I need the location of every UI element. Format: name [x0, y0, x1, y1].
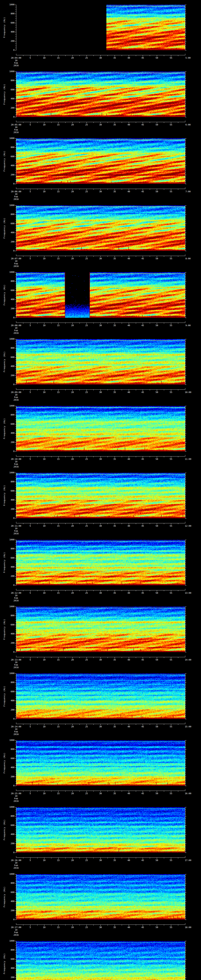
spectrogram-panel-201600: Frequency (Hz)02004006008001000510152025… [0, 802, 201, 869]
x-minor-tick [93, 122, 94, 123]
x-major-tick [115, 858, 115, 859]
y-right-tick [185, 299, 187, 300]
x-tick-label-20: 20 [70, 124, 75, 126]
x-major-tick [58, 590, 59, 592]
y-major-tick [15, 843, 16, 844]
y-tick-label-600: 600 [6, 222, 14, 225]
x-axis-date-line-2: Feb [8, 931, 24, 934]
y-tick-label-600: 600 [6, 289, 14, 292]
y-minor-tick [16, 237, 16, 237]
y-right-tick [185, 46, 186, 46]
y-right-tick [185, 680, 186, 681]
x-major-tick [129, 457, 129, 458]
x-axis-end-time-label: 10:00 [181, 391, 195, 394]
x-major-tick [58, 791, 59, 792]
y-right-tick [185, 625, 187, 625]
y-right-tick [185, 687, 186, 687]
y-right-tick [185, 509, 187, 509]
x-axis-date-line-1: 10 [8, 929, 24, 931]
y-minor-tick [16, 413, 16, 413]
x-major-tick [86, 925, 87, 926]
y-minor-tick [16, 18, 16, 19]
x-major-tick [86, 390, 87, 391]
x-tick-label-55: 55 [168, 391, 174, 394]
x-minor-tick [93, 256, 94, 257]
x-axis-date-line-2: Feb [8, 864, 24, 867]
y-right-tick [185, 578, 186, 579]
y-minor-tick [16, 760, 16, 761]
y-right-tick [185, 975, 186, 975]
y-right-tick [185, 908, 186, 908]
x-major-tick [44, 925, 45, 926]
x-tick-label-55: 55 [168, 859, 174, 862]
x-axis-date-line-1: 10 [8, 862, 24, 864]
x-minor-tick [150, 657, 150, 658]
y-right-tick [185, 968, 187, 969]
y-right-tick [185, 16, 186, 16]
x-axis-date-line-3: 2016 [8, 867, 24, 869]
y-tick-label-800: 800 [6, 547, 14, 550]
y-tick-label-400: 400 [6, 97, 14, 100]
y-axis-line [16, 540, 16, 585]
y-minor-tick [16, 244, 16, 244]
spectrogram-image [16, 607, 185, 652]
y-right-tick [185, 567, 187, 567]
spectrogram-panel-200400: Frequency (Hz)02004006008001000510152025… [0, 0, 201, 67]
x-tick-label-5: 5 [27, 190, 33, 193]
y-right-tick [185, 339, 187, 339]
x-major-tick [129, 590, 129, 592]
y-right-tick [185, 816, 187, 816]
y-minor-tick [16, 961, 16, 962]
y-right-tick [185, 502, 186, 503]
spectrogram-panel-200900: Frequency (Hz)02004006008001000510152025… [0, 334, 201, 401]
y-tick-label-1000: 1000 [6, 672, 14, 675]
x-tick-label-20: 20 [70, 525, 75, 527]
y-minor-tick [16, 514, 16, 514]
x-axis-date-line-3: 2016 [8, 265, 24, 267]
y-minor-tick [16, 696, 16, 697]
x-tick-label-5: 5 [27, 525, 33, 527]
x-major-tick [171, 724, 171, 725]
y-minor-tick [16, 583, 16, 583]
x-axis-date-line-1: 10 [8, 460, 24, 463]
x-tick-label-35: 35 [112, 324, 118, 327]
x-tick-label-10: 10 [41, 391, 47, 394]
y-tick-label-1000: 1000 [6, 739, 14, 741]
y-right-tick [185, 818, 186, 819]
y-tick-label-400: 400 [6, 900, 14, 902]
y-major-tick [15, 251, 16, 251]
y-right-tick [185, 350, 186, 351]
x-axis-start-time-label: 20:13:00 [8, 659, 24, 661]
x-major-tick [129, 189, 129, 190]
x-axis-end-time-label: 13:00 [181, 592, 195, 594]
y-minor-tick [16, 841, 16, 842]
x-tick-label-45: 45 [140, 124, 146, 126]
y-tick-label-400: 400 [6, 833, 14, 835]
x-minor-tick [93, 457, 94, 457]
y-tick-label-200: 200 [6, 909, 14, 912]
x-axis-end-time-label: 9:00 [181, 324, 195, 327]
x-major-tick [30, 724, 30, 725]
y-right-tick [185, 629, 186, 630]
spectrogram-image [16, 5, 185, 50]
x-tick-label-25: 25 [84, 190, 89, 193]
x-axis-right-cap [185, 655, 185, 657]
y-right-tick [185, 27, 186, 28]
y-right-tick [185, 518, 187, 519]
y-right-tick [185, 78, 186, 79]
x-major-tick [72, 122, 73, 124]
x-tick-label-25: 25 [84, 458, 89, 460]
x-tick-label-15: 15 [55, 458, 61, 460]
x-tick-label-15: 15 [55, 190, 61, 193]
x-tick-label-45: 45 [140, 190, 146, 193]
y-tick-label-1000: 1000 [6, 70, 14, 73]
x-major-tick [86, 657, 87, 659]
y-major-tick [15, 375, 16, 376]
y-tick-label-200: 200 [6, 976, 14, 978]
y-right-tick [185, 172, 186, 173]
x-minor-tick [93, 590, 94, 591]
y-right-tick [185, 678, 186, 678]
y-minor-tick [16, 420, 16, 420]
x-tick-label-40: 40 [126, 592, 132, 594]
x-minor-tick [93, 523, 94, 524]
